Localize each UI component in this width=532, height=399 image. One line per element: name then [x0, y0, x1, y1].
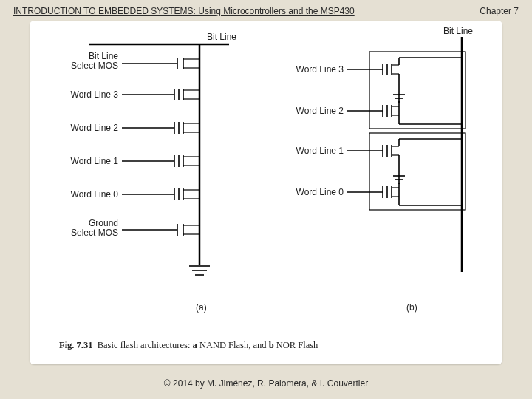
circuit-diagram: Bit Line Bit Line Select MOS Word Line 3 — [30, 21, 502, 324]
panel-a-label-5-l1: Ground — [89, 218, 118, 228]
panel-a-label-2: Word Line 2 — [71, 123, 119, 133]
panel-b-bitline-label: Bit Line — [443, 26, 473, 36]
page-footer: © 2014 by M. Jiménez, R. Palomera, & I. … — [0, 378, 532, 389]
panel-b-label-2: Word Line 1 — [296, 146, 344, 156]
panel-b-sub: (b) — [406, 302, 417, 313]
panel-a-label-3: Word Line 1 — [71, 156, 119, 166]
panel-b: Bit Line Word Line 3 — [296, 26, 474, 313]
panel-a-bitline-label: Bit Line — [207, 32, 236, 42]
figure-number: Fig. 7.31 — [59, 340, 92, 350]
panel-a-label-4: Word Line 0 — [71, 189, 119, 200]
figure-caption: Fig. 7.31 Basic flash architectures: a N… — [59, 340, 318, 351]
page-header: INTRODUCTION TO EMBEDDED SYSTEMS: Using … — [0, 0, 532, 19]
ground-icon — [189, 265, 210, 275]
caption-a-key: a — [193, 340, 197, 350]
panel-a: Bit Line Bit Line Select MOS Word Line 3 — [71, 32, 237, 313]
caption-b-key: b — [269, 340, 274, 350]
caption-b-text: NOR Flash — [276, 340, 318, 350]
caption-a-text: NAND Flash, and — [200, 340, 269, 350]
panel-a-sub: (a) — [196, 302, 207, 313]
book-title: INTRODUCTION TO EMBEDDED SYSTEMS: Using … — [13, 6, 355, 16]
panel-a-label-0-l2: Select MOS — [71, 61, 118, 71]
figure-panel: Bit Line Bit Line Select MOS Word Line 3 — [30, 21, 502, 364]
caption-prefix: Basic flash architectures: — [98, 340, 193, 350]
panel-a-label-0-l1: Bit Line — [89, 51, 118, 61]
panel-b-label-0: Word Line 3 — [296, 64, 344, 75]
svg-rect-84 — [369, 133, 466, 210]
chapter-label: Chapter 7 — [480, 6, 519, 16]
copyright-text: © 2014 by M. Jiménez, R. Palomera, & I. … — [164, 378, 368, 389]
panel-b-label-1: Word Line 2 — [296, 106, 344, 116]
panel-a-label-1: Word Line 3 — [71, 89, 119, 100]
panel-a-label-5-l2: Select MOS — [71, 228, 118, 238]
panel-b-label-3: Word Line 0 — [296, 187, 344, 197]
svg-rect-62 — [369, 52, 466, 129]
